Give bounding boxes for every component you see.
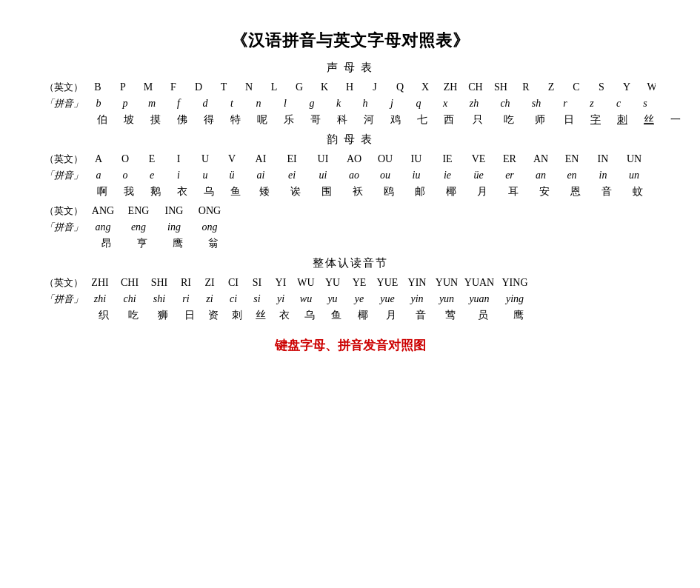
ang-chars-row: 昂 亨 鹰 翁 bbox=[44, 237, 656, 250]
ztc-ying: 莺 bbox=[436, 309, 465, 322]
zt-RI: RI bbox=[174, 277, 198, 289]
angp-ang: ang bbox=[85, 221, 121, 233]
zt-ZI: ZI bbox=[198, 277, 221, 289]
zhengti-chars-row: 织 吃 狮 日 资 刺 丝 衣 乌 鱼 椰 月 音 莺 员 鹰 bbox=[44, 309, 656, 322]
ztc-chi: 吃 bbox=[119, 309, 148, 322]
py-p: p bbox=[112, 98, 139, 110]
ztp-chi: chi bbox=[115, 293, 144, 305]
py-sh: sh bbox=[521, 98, 552, 110]
zt-YIN: YIN bbox=[402, 277, 432, 289]
yc-en: 恩 bbox=[560, 185, 591, 198]
yn-UI: UI bbox=[307, 153, 339, 165]
ang-en-label: （英文） bbox=[44, 204, 85, 218]
char-chi: 吃 bbox=[493, 113, 524, 127]
char-fo: 佛 bbox=[169, 113, 196, 127]
yn-VE: VE bbox=[463, 153, 494, 165]
yp-ao: ao bbox=[339, 170, 370, 181]
yp-un: un bbox=[619, 170, 650, 181]
ztc-yuan: 员 bbox=[465, 309, 501, 322]
yc-ou: 鸥 bbox=[373, 185, 404, 198]
yp-e: e bbox=[139, 170, 165, 181]
ztc-yue: 月 bbox=[376, 309, 406, 322]
py-d: d bbox=[192, 98, 219, 110]
yunmu-title: 韵 母 表 bbox=[44, 133, 656, 147]
yp-iu: iu bbox=[401, 170, 432, 181]
ztc-yin: 音 bbox=[406, 309, 436, 322]
ang-pinyin-label: 「拼音」 bbox=[44, 221, 85, 234]
ztc-ying2: 鹰 bbox=[501, 309, 536, 322]
char-ne: 呢 bbox=[249, 113, 276, 127]
yn-OU: OU bbox=[370, 153, 401, 165]
py-n: n bbox=[245, 98, 272, 110]
yc-in: 音 bbox=[591, 185, 622, 198]
zt-WU: WU bbox=[293, 277, 319, 289]
angc-ong: 翁 bbox=[196, 237, 231, 250]
cell-Z: Z bbox=[539, 81, 564, 93]
zt-YUE: YUE bbox=[373, 277, 402, 289]
ang-ANG: ANG bbox=[85, 205, 121, 217]
cell-X: X bbox=[413, 81, 438, 93]
py-x: x bbox=[432, 98, 459, 110]
ang-pinyin-row: 「拼音」 ang eng ing ong bbox=[44, 221, 656, 234]
ztc-zhi: 织 bbox=[89, 309, 119, 322]
ang-ING: ING bbox=[156, 205, 192, 217]
ztp-yuan: yuan bbox=[461, 293, 497, 305]
ztc-ci: 刺 bbox=[225, 309, 249, 322]
ztp-yu: yu bbox=[319, 293, 346, 305]
char-ge: 哥 bbox=[302, 113, 329, 127]
py-r: r bbox=[552, 98, 579, 110]
cell-C: C bbox=[564, 81, 589, 93]
ztc-wu: 乌 bbox=[296, 309, 323, 322]
ztc-zi: 资 bbox=[201, 309, 225, 322]
yp-en: en bbox=[556, 170, 587, 181]
yunmu-pinyin-row: 「拼音」 a o e i u ü ai ei ui ao ou iu ie üe… bbox=[44, 169, 656, 182]
ztc-shi: 狮 bbox=[148, 309, 178, 322]
char-ri: 日 bbox=[556, 113, 582, 127]
yp-ai: ai bbox=[245, 170, 276, 181]
yn-A: A bbox=[85, 153, 112, 165]
yp-ei: ei bbox=[276, 170, 307, 181]
yn-O: O bbox=[112, 153, 139, 165]
py-k: k bbox=[325, 98, 352, 110]
yp-ue: üe bbox=[463, 170, 494, 181]
cell-T: T bbox=[211, 81, 236, 93]
cell-B: B bbox=[85, 81, 110, 93]
yn-UN: UN bbox=[619, 153, 650, 165]
py-q: q bbox=[405, 98, 432, 110]
yp-ui: ui bbox=[307, 170, 339, 181]
yc-v: 鱼 bbox=[222, 185, 249, 198]
yn-EN: EN bbox=[556, 153, 587, 165]
yunmu-chars-row: 啊 我 鹅 衣 乌 鱼 矮 诶 围 袄 鸥 邮 椰 月 耳 安 恩 音 蚊 bbox=[44, 185, 656, 198]
yp-u: u bbox=[192, 170, 219, 181]
yc-ai: 矮 bbox=[249, 185, 280, 198]
cell-W: W bbox=[639, 81, 656, 93]
yp-v: ü bbox=[219, 170, 245, 181]
py-c: c bbox=[605, 98, 632, 110]
ang-en-row: （英文） ANG ENG ING ONG bbox=[44, 204, 656, 218]
cell-SH: SH bbox=[488, 81, 513, 93]
char-mo: 摸 bbox=[142, 113, 169, 127]
char-qi: 七 bbox=[409, 113, 436, 127]
zt-YU: YU bbox=[319, 277, 346, 289]
yp-ie: ie bbox=[432, 170, 463, 181]
zhengti-section: 整体认读音节 （英文） ZHI CHI SHI RI ZI CI SI YI W… bbox=[44, 256, 656, 322]
ztp-yue: yue bbox=[373, 293, 402, 305]
yn-ER: ER bbox=[494, 153, 525, 165]
yc-u: 乌 bbox=[196, 185, 222, 198]
cell-N: N bbox=[236, 81, 261, 93]
yp-i: i bbox=[165, 170, 192, 181]
yp-u2: ü bbox=[650, 170, 656, 181]
yc-un: 蚊 bbox=[622, 185, 653, 198]
yn-AN: AN bbox=[525, 153, 556, 165]
angc-ang: 昂 bbox=[89, 237, 124, 250]
yc-ue: 月 bbox=[467, 185, 498, 198]
yc-an: 安 bbox=[529, 185, 560, 198]
zt-SI: SI bbox=[245, 277, 269, 289]
cell-F: F bbox=[161, 81, 186, 93]
zt-ZHI: ZHI bbox=[85, 277, 115, 289]
yc-ui: 围 bbox=[311, 185, 342, 198]
angc-ing: 鹰 bbox=[160, 237, 196, 250]
ztc-ri: 日 bbox=[178, 309, 201, 322]
py-h: h bbox=[352, 98, 379, 110]
py-j: j bbox=[379, 98, 405, 110]
